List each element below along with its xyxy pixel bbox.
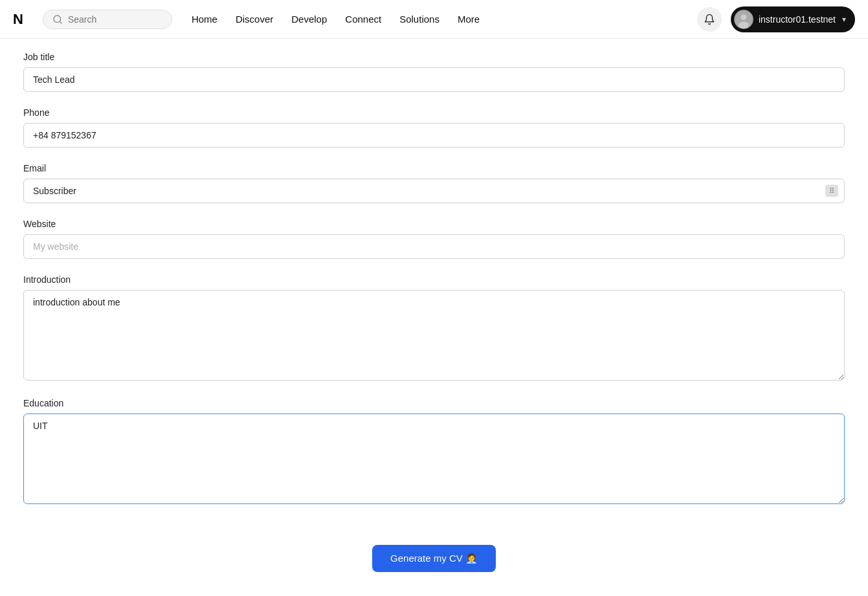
- job-title-input[interactable]: [23, 67, 845, 92]
- avatar: [734, 10, 753, 29]
- nav-item-home[interactable]: Home: [192, 14, 217, 25]
- email-section: Email ⠿: [23, 163, 845, 203]
- main-content: Job title Phone Email ⠿ Website Introduc…: [0, 39, 868, 596]
- main-nav: Home Discover Develop Connect Solutions …: [192, 14, 480, 25]
- education-section: Education: [23, 398, 845, 506]
- generate-cv-button[interactable]: Generate my CV 🧑‍💼: [372, 545, 496, 572]
- chevron-down-icon: ▾: [842, 15, 846, 24]
- email-label: Email: [23, 163, 845, 173]
- phone-section: Phone: [23, 107, 845, 148]
- email-input[interactable]: [23, 179, 845, 203]
- phone-label: Phone: [23, 107, 845, 118]
- search-icon: [52, 14, 63, 25]
- website-input[interactable]: [23, 234, 845, 259]
- email-options-button[interactable]: ⠿: [825, 185, 838, 197]
- search-input[interactable]: [68, 14, 162, 25]
- phone-input[interactable]: [23, 123, 845, 148]
- navbar: N Home Discover Develop Connect Solution…: [0, 0, 868, 39]
- nav-item-solutions[interactable]: Solutions: [399, 14, 440, 25]
- bell-icon: [704, 14, 715, 25]
- user-profile-button[interactable]: instructor01.testnet ▾: [731, 6, 855, 32]
- svg-point-3: [741, 14, 747, 20]
- svg-point-4: [739, 21, 749, 28]
- generate-btn-wrapper: Generate my CV 🧑‍💼: [23, 525, 845, 572]
- education-textarea[interactable]: [23, 414, 845, 504]
- education-label: Education: [23, 398, 845, 408]
- nav-item-connect[interactable]: Connect: [345, 14, 381, 25]
- notification-button[interactable]: [697, 7, 722, 32]
- username-label: instructor01.testnet: [759, 14, 836, 25]
- nav-item-develop[interactable]: Develop: [291, 14, 327, 25]
- search-bar[interactable]: [43, 10, 172, 29]
- job-title-section: Job title: [23, 52, 845, 92]
- website-label: Website: [23, 219, 845, 229]
- introduction-section: Introduction: [23, 274, 845, 382]
- navbar-right: instructor01.testnet ▾: [697, 6, 855, 32]
- introduction-label: Introduction: [23, 274, 845, 285]
- svg-line-1: [60, 21, 61, 23]
- introduction-textarea[interactable]: [23, 290, 845, 381]
- job-title-label: Job title: [23, 52, 845, 62]
- email-wrapper: ⠿: [23, 179, 845, 203]
- logo: N: [13, 11, 23, 28]
- nav-item-more[interactable]: More: [458, 14, 480, 25]
- dots-icon: ⠿: [829, 187, 834, 195]
- website-section: Website: [23, 219, 845, 259]
- nav-item-discover[interactable]: Discover: [236, 14, 273, 25]
